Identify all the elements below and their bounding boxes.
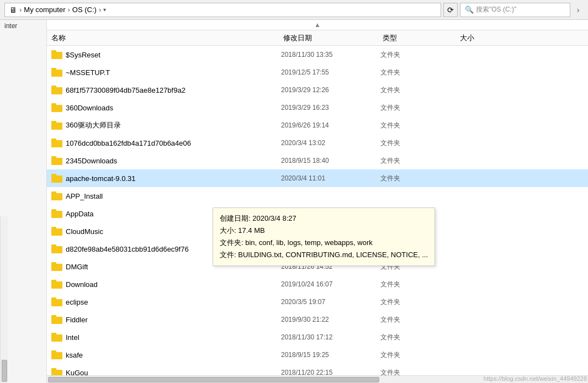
table-row[interactable]: apache-tomcat-9.0.312020/3/4 11:01文件夹	[47, 169, 588, 187]
path-osc[interactable]: OS (C:)	[72, 6, 97, 14]
file-date: 2018/11/30 17:12	[281, 333, 380, 341]
file-date: 2019/3/29 16:23	[281, 104, 380, 111]
col-header-date[interactable]: 修改日期	[283, 33, 383, 43]
search-placeholder: 搜索"OS (C:)"	[476, 5, 516, 14]
column-headers: 名称 修改日期 类型 大小	[47, 30, 588, 46]
file-name: Fiddler	[66, 316, 281, 324]
tooltip-files: 文件: BUILDING.txt, CONTRIBUTING.md, LICEN…	[220, 249, 428, 261]
folder-icon	[51, 174, 62, 183]
table-row[interactable]: 68f1f57730089f04db75ae8e127bf9a22019/3/2…	[47, 81, 588, 99]
file-type: 文件夹	[380, 315, 458, 325]
main-layout: inter ▲ 名称 修改日期 类型 大小 $SysReset2018/11/3…	[0, 20, 588, 383]
folder-icon	[51, 350, 62, 359]
dropdown-arrow[interactable]: ▾	[103, 7, 106, 13]
tooltip-size: 大小: 17.4 MB	[220, 225, 428, 237]
file-date: 2020/3/4 13:02	[281, 139, 380, 147]
sidebar-inner: inter	[0, 20, 46, 216]
file-name: KuGou	[66, 369, 281, 376]
folder-icon	[51, 139, 62, 147]
folder-icon	[51, 121, 62, 130]
file-name: apache-tomcat-9.0.31	[66, 174, 281, 183]
table-row[interactable]: ~MSSETUP.T2019/12/5 17:55文件夹	[47, 63, 588, 81]
table-row[interactable]: 360驱动大师目录2019/6/26 19:14文件夹	[47, 116, 588, 134]
tooltip-created: 创建日期: 2020/3/4 8:27	[220, 212, 428, 225]
file-name: 68f1f57730089f04db75ae8e127bf9a2	[66, 86, 281, 94]
table-row[interactable]: Intel2018/11/30 17:12文件夹	[47, 328, 588, 346]
folder-icon	[51, 156, 62, 165]
file-name: ~MSSETUP.T	[66, 68, 281, 77]
search-icon: 🔍	[465, 6, 474, 14]
file-type: 文件夹	[380, 139, 458, 148]
file-date: 2019/3/29 12:26	[281, 86, 380, 94]
tooltip-folders: 文件夹: bin, conf, lib, logs, temp, webapps…	[220, 237, 428, 249]
file-date: 2020/3/5 19:07	[281, 298, 380, 306]
file-type: 文件夹	[380, 297, 458, 307]
file-type: 文件夹	[380, 368, 458, 376]
file-date: 2018/11/20 22:15	[281, 369, 380, 375]
file-date: 2019/6/26 19:14	[281, 121, 380, 129]
file-date: 2019/10/24 16:07	[281, 280, 380, 288]
table-row[interactable]: Fiddler2019/9/30 21:22文件夹	[47, 311, 588, 328]
folder-icon	[51, 50, 62, 59]
file-type: 文件夹	[380, 103, 458, 113]
breadcrumb[interactable]: 🖥 › My computer › OS (C:) › ▾	[4, 3, 441, 17]
hscrollbar-thumb[interactable]	[48, 377, 379, 382]
table-row[interactable]: 1076dcd0bba162fdb4a171d70b6a4e062020/3/4…	[47, 134, 588, 152]
folder-icon	[51, 315, 62, 324]
table-row[interactable]: 2345Downloads2018/9/15 18:40文件夹	[47, 152, 588, 169]
file-type: 文件夹	[380, 50, 458, 60]
file-date: 2019/12/5 17:55	[281, 68, 380, 76]
separator1: ›	[19, 6, 22, 14]
file-name: 360Downloads	[66, 104, 281, 112]
file-name: ksafe	[66, 351, 281, 359]
folder-icon	[51, 262, 62, 271]
table-row[interactable]: KuGou2018/11/20 22:15文件夹	[47, 364, 588, 375]
file-type: 文件夹	[380, 350, 458, 360]
path-mycomputer[interactable]: My computer	[24, 6, 65, 14]
file-tooltip: 创建日期: 2020/3/4 8:27 大小: 17.4 MB 文件夹: bin…	[213, 208, 435, 266]
folder-icon	[51, 209, 62, 218]
file-type: 文件夹	[380, 121, 458, 130]
file-type: 文件夹	[380, 333, 458, 342]
search-box[interactable]: 🔍 搜索"OS (C:)"	[460, 3, 570, 17]
sort-arrow: ▲	[47, 20, 588, 30]
watermark: https://blog.csdn.net/weixin_44949228	[484, 375, 587, 382]
table-row[interactable]: eclipse2020/3/5 19:07文件夹	[47, 293, 588, 311]
file-date: 2019/9/30 21:22	[281, 316, 380, 323]
file-name: APP_Install	[66, 192, 281, 200]
separator3: ›	[99, 6, 101, 14]
scrollbar-thumb[interactable]	[2, 360, 7, 382]
file-date: 2018/9/15 19:25	[281, 351, 380, 359]
file-name: 2345Downloads	[66, 157, 281, 165]
file-name: 1076dcd0bba162fdb4a171d70b6a4e06	[66, 139, 281, 147]
file-type: 文件夹	[380, 156, 458, 166]
table-row[interactable]: 360Downloads2019/3/29 16:23文件夹	[47, 99, 588, 116]
table-row[interactable]: APP_Install	[47, 187, 588, 205]
table-row[interactable]: ksafe2018/9/15 19:25文件夹	[47, 346, 588, 364]
file-date: 2020/3/4 11:01	[281, 174, 380, 182]
separator2: ›	[67, 6, 70, 14]
folder-icon	[51, 68, 62, 77]
table-row[interactable]: Download2019/10/24 16:07文件夹	[47, 275, 588, 293]
folder-icon	[51, 86, 62, 94]
col-header-name[interactable]: 名称	[51, 33, 283, 43]
file-type: 文件夹	[380, 86, 458, 95]
vertical-scrollbar[interactable]	[0, 216, 8, 383]
col-header-size[interactable]: 大小	[460, 33, 584, 43]
folder-icon	[51, 103, 62, 112]
address-bar: 🖥 › My computer › OS (C:) › ▾ ⟳ 🔍 搜索"OS …	[0, 0, 588, 20]
file-name: eclipse	[66, 298, 281, 306]
col-header-type[interactable]: 类型	[383, 33, 460, 43]
file-date: 2018/11/30 13:35	[281, 51, 380, 58]
folder-icon	[51, 227, 62, 236]
refresh-button[interactable]: ⟳	[443, 3, 458, 17]
file-date: 2018/9/15 18:40	[281, 157, 380, 164]
sidebar-label: inter	[0, 20, 46, 32]
more-button[interactable]: ›	[573, 3, 584, 17]
folder-icon	[51, 192, 62, 200]
file-type: 文件夹	[380, 174, 458, 183]
folder-icon	[51, 280, 62, 289]
file-name: Download	[66, 280, 281, 289]
table-row[interactable]: $SysReset2018/11/30 13:35文件夹	[47, 46, 588, 63]
file-type: 文件夹	[380, 68, 458, 77]
